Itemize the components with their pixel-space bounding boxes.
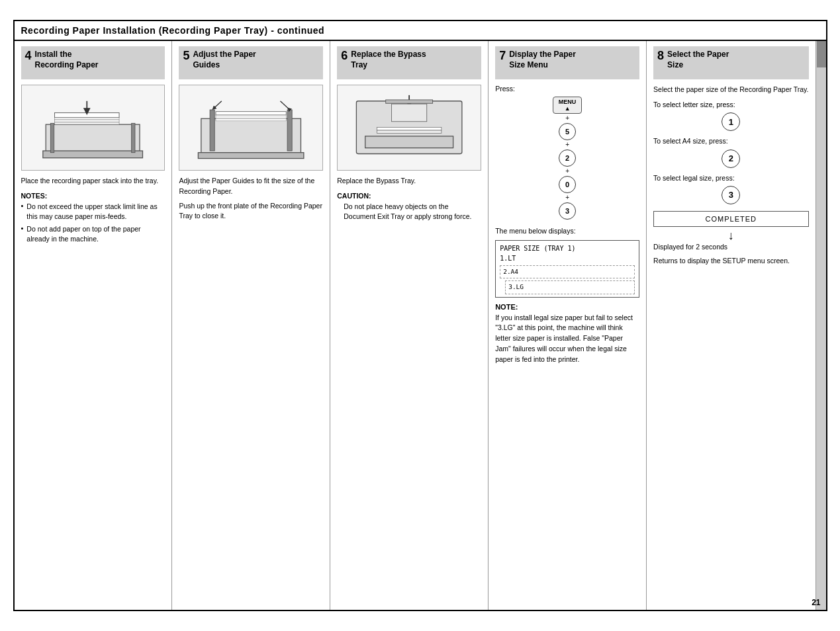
svg-rect-16	[365, 136, 453, 148]
svg-rect-1	[55, 113, 119, 118]
col1-bullet1: • Do not exceed the upper stack limit li…	[21, 202, 165, 222]
scrollbar[interactable]	[816, 41, 826, 610]
col3-caution-label: CAUTION:	[337, 192, 481, 200]
bullet-dot-2: •	[21, 224, 24, 244]
menu-display-line1: PAPER SIZE (TRAY 1)	[500, 243, 635, 253]
col3-body: Replace the Bypass Tray.	[337, 176, 481, 187]
key-legal: 3	[722, 186, 740, 204]
keypad-diagram: MENU▲ + 5 + 2 + 0 + 3	[495, 97, 639, 220]
col3-header: 6 Replace the BypassTray	[337, 46, 481, 79]
legal-press: To select legal size, press:	[653, 173, 808, 183]
page-title: Recording Paper Installation (Recording …	[15, 21, 826, 41]
key-3: 3	[559, 202, 576, 220]
svg-rect-10	[216, 115, 286, 118]
key-0: 0	[559, 176, 576, 193]
key-letter: 1	[722, 112, 740, 131]
col1-bullet1-text: Do not exceed the upper stack limit line…	[26, 202, 165, 222]
col3-caution-text: Do not place heavy objects on the Docume…	[337, 202, 481, 222]
col-paper-size-menu: 7 Display the PaperSize Menu Press: MENU…	[489, 41, 647, 610]
plus-1: +	[565, 115, 569, 122]
adjust-guides-svg	[187, 89, 315, 165]
col-install-paper: 4 Install theRecording Paper	[15, 41, 173, 610]
completed-box: COMPLETED	[653, 211, 808, 227]
menu-display-line2: 1.LT	[500, 253, 635, 263]
step-title-7: Display the PaperSize Menu	[509, 50, 576, 70]
col4-note-text: If you install legal size paper but fail…	[495, 313, 639, 365]
col-adjust-guides: 5 Adjust the PaperGuides	[172, 41, 330, 610]
menu-display-inner: 2.A4	[500, 265, 635, 278]
step-num-6: 6	[341, 50, 348, 63]
col2-header: 5 Adjust the PaperGuides	[179, 46, 323, 79]
svg-rect-20	[392, 105, 427, 122]
step-num-8: 8	[657, 50, 664, 63]
col-select-paper-size: 8 Select the PaperSize Select the paper …	[647, 41, 815, 610]
step-title-6: Replace the BypassTray	[351, 50, 426, 70]
svg-rect-12	[210, 110, 214, 151]
svg-rect-14	[199, 153, 304, 159]
menu-key: MENU▲	[553, 97, 583, 114]
col1-header: 4 Install theRecording Paper	[21, 46, 165, 79]
letter-press: To select letter size, press:	[653, 100, 808, 110]
col4-header: 7 Display the PaperSize Menu	[495, 46, 639, 79]
plus-2: +	[565, 142, 569, 148]
bullet-dot-1: •	[21, 202, 24, 222]
col1-body: Place the recording paper stack into the…	[21, 176, 165, 187]
svg-rect-4	[55, 122, 119, 125]
svg-rect-5	[43, 151, 143, 158]
key-a4: 2	[722, 149, 740, 168]
col2-body2: Push up the front plate of the Recording…	[179, 201, 323, 222]
svg-rect-7	[132, 124, 135, 153]
bypass-tray-svg	[345, 89, 473, 165]
a4-press: To select A4 size, press:	[653, 136, 808, 146]
svg-rect-9	[216, 112, 286, 115]
col5-header: 8 Select the PaperSize	[653, 46, 808, 79]
step-title-4: Install theRecording Paper	[35, 50, 99, 70]
install-paper-svg	[28, 89, 157, 165]
col3-illustration	[337, 85, 481, 171]
svg-rect-6	[51, 124, 54, 153]
step-title-5: Adjust the PaperGuides	[193, 50, 256, 70]
page-number: 21	[812, 598, 820, 607]
columns-container: 4 Install theRecording Paper	[15, 41, 826, 610]
svg-rect-3	[55, 120, 119, 122]
col5-desc: Select the paper size of the Recording P…	[653, 85, 808, 95]
col4-below-menu: The menu below displays:	[495, 226, 639, 236]
step-num-7: 7	[499, 50, 506, 63]
displayed-text: Displayed for 2 seconds	[653, 243, 808, 251]
svg-rect-17	[377, 128, 441, 130]
col1-illustration	[21, 85, 165, 171]
arrow-down-icon: ↓	[653, 230, 808, 241]
col-bypass-tray: 6 Replace the BypassTray	[330, 41, 489, 610]
svg-rect-18	[377, 130, 441, 133]
submenu-line-2: 3.LG	[508, 282, 631, 292]
col1-bullet2-text: Do not add paper on top of the paper alr…	[26, 224, 165, 244]
key-2: 2	[559, 149, 576, 167]
col4-press-label: Press:	[495, 85, 639, 93]
step-num-5: 5	[183, 50, 189, 63]
svg-rect-8	[201, 119, 301, 157]
step-title-8: Select the PaperSize	[667, 50, 729, 70]
menu-display: PAPER SIZE (TRAY 1) 1.LT 2.A4 3.LG	[495, 240, 639, 298]
col2-illustration	[179, 85, 323, 171]
main-page: Recording Paper Installation (Recording …	[13, 20, 827, 611]
col1-notes-label: NOTES:	[21, 192, 165, 200]
key-5: 5	[559, 123, 576, 140]
plus-3: +	[565, 168, 569, 175]
returns-text: Returns to display the SETUP menu screen…	[653, 256, 808, 266]
menu-display-inner-2: 3.LG	[505, 280, 635, 294]
plus-4: +	[565, 194, 569, 201]
col2-body: Adjust the Paper Guides to fit the size …	[179, 176, 323, 197]
submenu-line-1: 2.A4	[503, 267, 631, 276]
svg-rect-2	[55, 118, 119, 120]
svg-rect-11	[216, 119, 286, 122]
col1-bullet2: • Do not add paper on top of the paper a…	[21, 224, 165, 244]
step-num-4: 4	[25, 50, 32, 63]
svg-rect-19	[386, 100, 433, 103]
scrollbar-thumb[interactable]	[817, 41, 826, 67]
col5-wrapper: 8 Select the PaperSize Select the paper …	[647, 41, 825, 610]
svg-rect-13	[287, 110, 292, 151]
col4-note-label: NOTE:	[495, 303, 639, 311]
